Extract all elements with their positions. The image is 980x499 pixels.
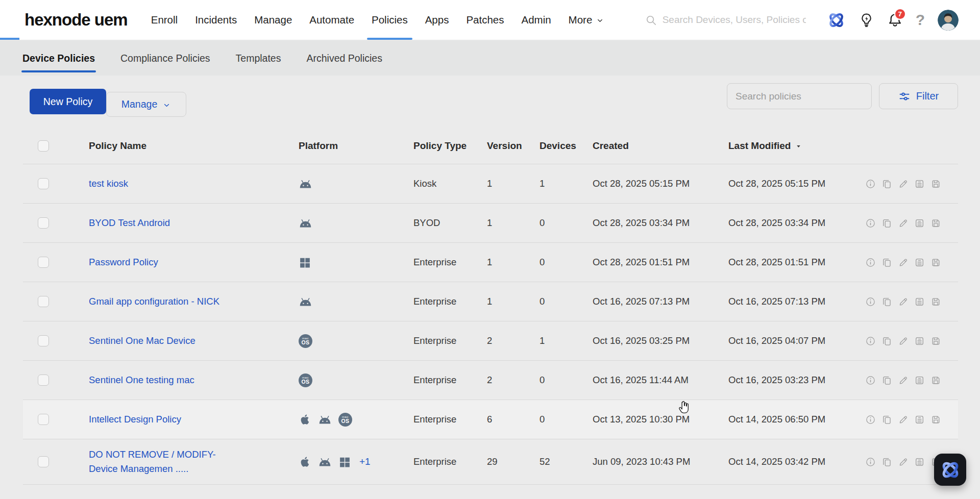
genie-assistant-fab[interactable] <box>934 454 966 486</box>
edit-icon[interactable] <box>898 375 909 386</box>
info-icon[interactable] <box>865 336 876 346</box>
archive-icon[interactable] <box>914 257 925 268</box>
filter-button[interactable]: Filter <box>879 83 958 109</box>
policy-type-cell: Kiosk <box>413 178 487 189</box>
android-icon <box>318 414 332 425</box>
duplicate-icon[interactable] <box>881 179 892 189</box>
info-icon[interactable] <box>865 179 876 189</box>
nav-item-admin[interactable]: Admin <box>522 0 551 40</box>
android-icon <box>318 457 332 467</box>
edit-icon[interactable] <box>898 296 909 307</box>
column-header-devices[interactable]: Devices <box>540 140 593 152</box>
info-icon[interactable] <box>865 218 876 229</box>
tab-archived-policies[interactable]: Archived Policies <box>306 41 382 76</box>
archive-icon[interactable] <box>914 336 925 346</box>
duplicate-icon[interactable] <box>881 457 892 467</box>
info-icon[interactable] <box>865 414 876 425</box>
policy-name-link[interactable]: Intellect Design Policy <box>89 412 181 427</box>
column-header-last-modified[interactable]: Last Modified <box>728 140 865 152</box>
row-checkbox[interactable] <box>38 178 49 189</box>
policy-type-cell: Enterprise <box>413 296 487 307</box>
row-checkbox[interactable] <box>38 375 49 386</box>
nav-item-policies[interactable]: Policies <box>372 0 408 40</box>
info-icon[interactable] <box>865 257 876 268</box>
policy-name-link[interactable]: test kiosk <box>89 177 128 191</box>
policy-name-link[interactable]: BYOD Test Android <box>89 216 170 230</box>
help-icon[interactable]: ? <box>916 12 925 28</box>
duplicate-icon[interactable] <box>881 375 892 386</box>
hexnode-genie-icon[interactable] <box>827 11 846 30</box>
info-icon[interactable] <box>865 375 876 386</box>
select-all-checkbox[interactable] <box>38 140 49 152</box>
column-header-created[interactable]: Created <box>593 140 728 152</box>
column-header-policy-type[interactable]: Policy Type <box>413 140 487 152</box>
info-icon[interactable] <box>865 296 876 307</box>
save-icon[interactable] <box>930 257 941 268</box>
modified-cell: Oct 16, 2025 03:23 PM <box>728 375 865 386</box>
platform-cell: macOS <box>299 334 413 348</box>
archive-icon[interactable] <box>914 179 925 189</box>
brand-logo[interactable]: hexnode uem <box>24 10 128 30</box>
nav-item-apps[interactable]: Apps <box>425 0 449 40</box>
more-platforms-count[interactable]: +1 <box>359 456 371 467</box>
row-checkbox[interactable] <box>38 296 49 307</box>
save-icon[interactable] <box>930 296 941 307</box>
global-search-input[interactable] <box>663 14 806 26</box>
modified-cell: Oct 16, 2025 04:07 PM <box>728 335 865 346</box>
policy-name-link[interactable]: Sentinel One testing mac <box>89 373 194 387</box>
save-icon[interactable] <box>930 336 941 346</box>
archive-icon[interactable] <box>914 375 925 386</box>
row-checkbox[interactable] <box>38 456 49 467</box>
edit-icon[interactable] <box>898 336 909 346</box>
devices-cell: 0 <box>540 375 593 386</box>
tab-device-policies[interactable]: Device Policies <box>22 41 95 76</box>
nav-item-enroll[interactable]: Enroll <box>151 0 178 40</box>
save-icon[interactable] <box>930 218 941 229</box>
archive-icon[interactable] <box>914 414 925 425</box>
archive-icon[interactable] <box>914 296 925 307</box>
policy-name-link[interactable]: Password Policy <box>89 255 158 269</box>
duplicate-icon[interactable] <box>881 414 892 425</box>
nav-item-automate[interactable]: Automate <box>309 0 354 40</box>
macos-icon: macOS <box>299 334 312 348</box>
column-header-platform[interactable]: Platform <box>299 140 413 152</box>
archive-icon[interactable] <box>914 218 925 229</box>
user-avatar[interactable] <box>938 10 959 31</box>
nav-item-manage[interactable]: Manage <box>254 0 292 40</box>
policy-name-link[interactable]: Sentinel One Mac Device <box>89 334 195 348</box>
edit-icon[interactable] <box>898 257 909 268</box>
row-checkbox[interactable] <box>38 335 49 346</box>
policy-name-link[interactable]: Gmail app configuration - NICK <box>89 294 219 309</box>
save-icon[interactable] <box>930 414 941 425</box>
edit-icon[interactable] <box>898 179 909 189</box>
row-checkbox[interactable] <box>38 414 49 425</box>
archive-icon[interactable] <box>914 457 925 467</box>
column-header-policy-name[interactable]: Policy Name <box>89 140 299 152</box>
nav-item-incidents[interactable]: Incidents <box>195 0 237 40</box>
save-icon[interactable] <box>930 179 941 189</box>
manage-dropdown-button[interactable]: Manage <box>106 92 186 117</box>
nav-item-patches[interactable]: Patches <box>466 0 504 40</box>
search-policies-input[interactable] <box>727 83 872 109</box>
edit-icon[interactable] <box>898 457 909 467</box>
duplicate-icon[interactable] <box>881 296 892 307</box>
duplicate-icon[interactable] <box>881 218 892 229</box>
global-search[interactable] <box>645 14 806 26</box>
policy-name-link[interactable]: DO NOT REMOVE / MODIFY- Device Managemen… <box>89 447 243 476</box>
whats-new-bulb-icon[interactable] <box>859 12 874 28</box>
notifications-button[interactable]: 7 <box>887 12 903 28</box>
edit-icon[interactable] <box>898 414 909 425</box>
info-icon[interactable] <box>865 457 876 467</box>
tab-templates[interactable]: Templates <box>236 41 281 76</box>
android-icon <box>299 296 312 307</box>
row-checkbox[interactable] <box>38 217 49 229</box>
edit-icon[interactable] <box>898 218 909 229</box>
nav-item-more[interactable]: More <box>569 0 605 40</box>
save-icon[interactable] <box>930 375 941 386</box>
duplicate-icon[interactable] <box>881 336 892 346</box>
column-header-version[interactable]: Version <box>487 140 540 152</box>
tab-compliance-policies[interactable]: Compliance Policies <box>120 41 210 76</box>
duplicate-icon[interactable] <box>881 257 892 268</box>
new-policy-button[interactable]: New Policy <box>30 89 106 114</box>
row-checkbox[interactable] <box>38 257 49 268</box>
